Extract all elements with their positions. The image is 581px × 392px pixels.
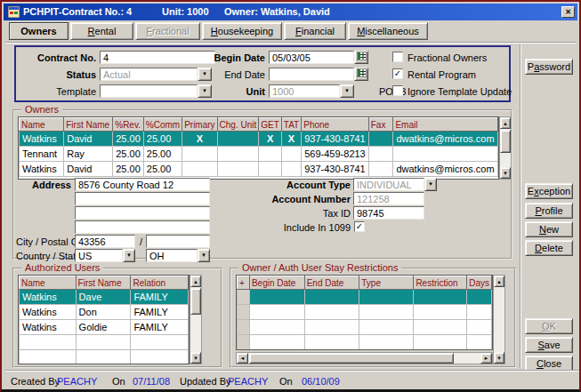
table-cell[interactable]: Watkins	[20, 290, 77, 305]
column-header[interactable]: %Comm	[143, 118, 182, 132]
table-cell[interactable]: 25.00	[113, 147, 144, 162]
column-header[interactable]: Chg. Unit	[217, 118, 259, 132]
column-header[interactable]: First Name	[64, 118, 113, 132]
table-cell[interactable]: Watkins	[20, 305, 77, 320]
table-cell[interactable]: Dave	[76, 290, 131, 305]
scroll-down-button[interactable]: ▼	[190, 352, 201, 364]
column-header[interactable]: Primary	[182, 118, 217, 132]
table-cell[interactable]	[76, 350, 131, 365]
table-cell[interactable]: Goldie	[76, 320, 131, 335]
profile-button[interactable]: Profile	[525, 203, 573, 219]
table-cell[interactable]	[20, 350, 77, 365]
table-cell[interactable]: 25.00	[143, 132, 182, 147]
end-date-calendar-button[interactable]	[354, 68, 368, 81]
table-cell[interactable]	[182, 147, 217, 162]
table-cell[interactable]	[217, 132, 259, 147]
table-cell[interactable]	[281, 162, 301, 177]
table-cell[interactable]	[76, 335, 131, 350]
table-cell[interactable]: FAMILY	[131, 290, 189, 305]
table-cell[interactable]	[304, 290, 359, 305]
delete-button[interactable]: Delete	[525, 240, 573, 256]
column-header[interactable]: Fax	[368, 118, 393, 132]
table-cell[interactable]	[238, 290, 250, 305]
column-header[interactable]: Begin Date	[249, 276, 304, 290]
table-cell[interactable]	[414, 290, 467, 305]
template-field[interactable]	[100, 84, 198, 98]
table-cell[interactable]	[238, 335, 250, 350]
tab-owners[interactable]: Owners	[9, 22, 69, 40]
table-cell[interactable]	[368, 162, 393, 177]
column-header[interactable]: Relation	[131, 276, 189, 290]
state-field[interactable]	[146, 249, 198, 262]
tab-financial[interactable]: Financial	[284, 22, 346, 40]
table-cell[interactable]	[359, 320, 414, 335]
table-cell[interactable]: David	[64, 132, 113, 147]
table-cell[interactable]	[131, 335, 189, 350]
tab-housekeeping[interactable]: Housekeeping	[202, 22, 282, 40]
table-cell[interactable]	[359, 290, 414, 305]
scroll-up-button[interactable]: ▲	[500, 117, 511, 129]
table-row[interactable]: WatkinsDavid25.0025.00X XX937-430-8741 d…	[20, 132, 498, 147]
table-cell[interactable]: 25.00	[113, 132, 144, 147]
table-cell[interactable]	[467, 290, 492, 305]
table-cell[interactable]: FAMILY	[131, 305, 189, 320]
scroll-down-button[interactable]: ▼	[500, 167, 511, 179]
table-cell[interactable]	[359, 305, 414, 320]
table-cell[interactable]	[359, 335, 414, 350]
table-cell[interactable]	[304, 320, 359, 335]
table-row[interactable]	[238, 320, 492, 335]
column-header[interactable]: End Date	[304, 276, 359, 290]
table-cell[interactable]: Watkins	[20, 162, 64, 177]
table-cell[interactable]: Ray	[64, 147, 113, 162]
table-row[interactable]: TennantRay25.0025.00 569-459-8213	[20, 147, 498, 162]
column-header[interactable]: %Rev.	[113, 118, 144, 132]
save-button[interactable]: Save	[525, 337, 573, 353]
city-field[interactable]	[75, 235, 135, 248]
postal-code-field[interactable]	[146, 235, 210, 248]
table-row[interactable]: WatkinsDaveFAMILY	[20, 290, 189, 305]
tab-miscellaneous[interactable]: Miscellaneous	[348, 22, 428, 40]
table-cell[interactable]: dwatkins@micros.com	[393, 132, 498, 147]
table-cell[interactable]	[304, 305, 359, 320]
scroll-down-button[interactable]: ▼	[494, 352, 504, 364]
table-cell[interactable]	[217, 147, 259, 162]
table-cell[interactable]	[467, 335, 492, 350]
state-lov-button[interactable]: ▼	[198, 249, 210, 262]
tab-rental[interactable]: Rental	[70, 22, 133, 40]
table-cell[interactable]: 937-430-8741	[302, 132, 369, 147]
table-cell[interactable]: X	[182, 132, 217, 147]
table-cell[interactable]: Watkins	[20, 320, 77, 335]
table-row[interactable]	[238, 305, 492, 320]
column-header[interactable]: +	[238, 276, 250, 290]
fractional-owners-checkbox[interactable]	[392, 52, 403, 62]
table-cell[interactable]	[467, 320, 492, 335]
table-cell[interactable]	[414, 320, 467, 335]
column-header[interactable]: Name	[20, 276, 77, 290]
begin-date-field[interactable]	[269, 51, 354, 64]
table-cell[interactable]	[249, 320, 304, 335]
table-cell[interactable]	[238, 320, 250, 335]
table-cell[interactable]: dwatkins@micros.com	[393, 162, 498, 177]
table-cell[interactable]	[414, 335, 467, 350]
ignore-template-update-checkbox[interactable]	[392, 85, 403, 96]
column-header[interactable]: Type	[359, 276, 414, 290]
table-cell[interactable]: 25.00	[143, 162, 182, 177]
table-cell[interactable]	[249, 335, 304, 350]
owners-grid-scrollbar[interactable]: ▲ ▼	[499, 116, 512, 180]
close-button[interactable]: ✕	[561, 6, 575, 18]
column-header[interactable]: Restriction	[414, 276, 467, 290]
country-lov-button[interactable]: ▼	[123, 249, 135, 262]
authorized-users-scrollbar[interactable]: ▲ ▼	[190, 275, 202, 364]
column-header[interactable]: GET	[259, 118, 282, 132]
stay-restrictions-vscrollbar[interactable]: ▲ ▼	[493, 275, 505, 364]
table-cell[interactable]: 937-430-8741	[302, 162, 369, 177]
table-cell[interactable]	[182, 162, 217, 177]
table-cell[interactable]	[414, 305, 467, 320]
table-cell[interactable]	[259, 162, 282, 177]
exception-button[interactable]: Exception	[525, 183, 573, 199]
table-cell[interactable]: X	[259, 132, 282, 147]
column-header[interactable]: TAT	[281, 118, 301, 132]
table-cell[interactable]: Tennant	[20, 147, 64, 162]
table-cell[interactable]	[259, 147, 282, 162]
table-row[interactable]	[238, 335, 492, 350]
